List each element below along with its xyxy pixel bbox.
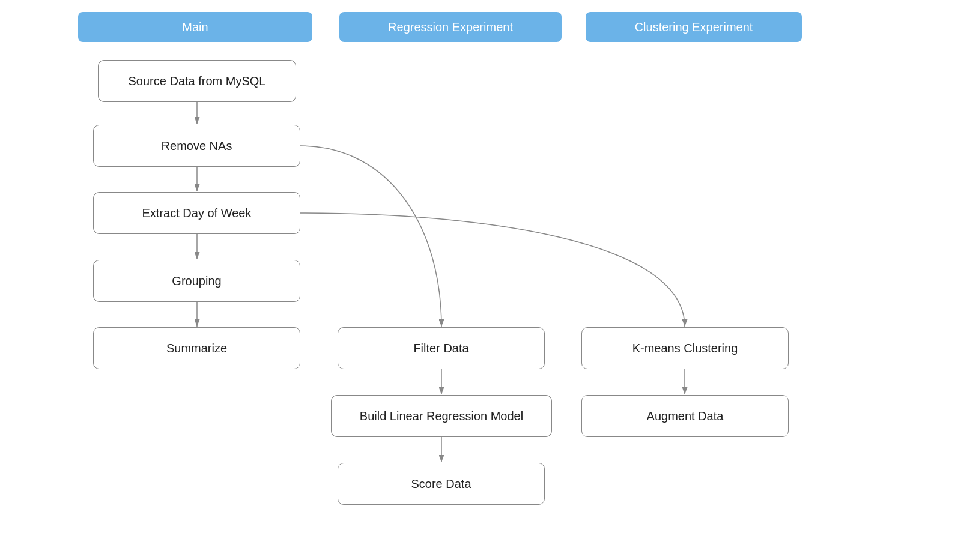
node-filter-data: Filter Data bbox=[338, 327, 545, 369]
node-summarize: Summarize bbox=[93, 327, 300, 369]
node-extract-day: Extract Day of Week bbox=[93, 192, 300, 234]
node-score-data: Score Data bbox=[338, 463, 545, 505]
node-grouping: Grouping bbox=[93, 260, 300, 302]
header-regression-label: Regression Experiment bbox=[388, 20, 513, 34]
node-remove-nas: Remove NAs bbox=[93, 125, 300, 167]
header-main-label: Main bbox=[182, 20, 208, 34]
node-kmeans: K-means Clustering bbox=[581, 327, 789, 369]
header-main: Main bbox=[78, 12, 312, 42]
node-source-data: Source Data from MySQL bbox=[98, 60, 296, 102]
header-clustering: Clustering Experiment bbox=[586, 12, 802, 42]
node-augment-data: Augment Data bbox=[581, 395, 789, 437]
header-regression: Regression Experiment bbox=[339, 12, 562, 42]
node-build-model: Build Linear Regression Model bbox=[331, 395, 552, 437]
diagram-container: Main Regression Experiment Clustering Ex… bbox=[0, 0, 961, 560]
header-clustering-label: Clustering Experiment bbox=[635, 20, 753, 34]
